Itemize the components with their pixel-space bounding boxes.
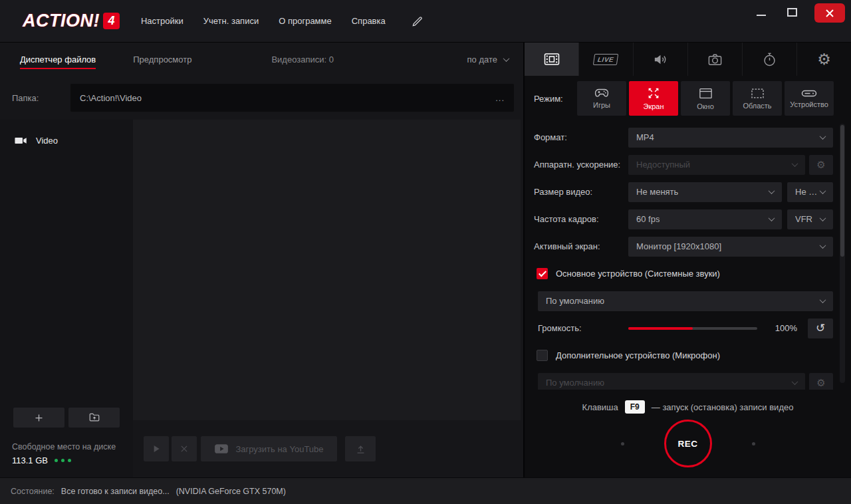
chevron-down-icon <box>820 242 826 249</box>
gear-icon: ⚙ <box>816 159 825 171</box>
format-value: MP4 <box>636 132 654 142</box>
format-row: Формат: MP4 <box>525 124 851 151</box>
maximize-button[interactable] <box>787 8 797 17</box>
volume-slider-fill <box>628 327 693 330</box>
secondary-audio-label: Дополнительное устройство (Микрофон) <box>556 350 720 360</box>
secondary-audio-checkbox[interactable] <box>537 350 548 361</box>
menu-about[interactable]: О программе <box>279 16 332 26</box>
recordings-count-label: Видеозаписи: 0 <box>271 55 334 64</box>
video-recording-icon <box>544 53 560 66</box>
secondary-audio-settings-button[interactable]: ⚙ <box>809 373 833 390</box>
hotkey-key-badge: F9 <box>625 400 645 414</box>
add-folder-button[interactable] <box>13 408 64 428</box>
format-label: Формат: <box>534 132 628 142</box>
close-button[interactable] <box>814 3 845 23</box>
plus-icon <box>34 413 44 423</box>
mode-region-label: Область <box>743 102 771 110</box>
import-folder-button[interactable] <box>68 408 120 428</box>
play-icon <box>151 443 162 454</box>
tab-audio-recording[interactable] <box>633 43 687 76</box>
rec-line: REC <box>621 420 755 467</box>
sort-dropdown[interactable]: по дате <box>467 55 509 64</box>
window-controls <box>757 0 851 24</box>
volume-row: Громкость: 100% ↺ <box>525 315 851 342</box>
rec-button[interactable]: REC <box>664 420 712 467</box>
framerate-row: Частота кадров: 60 fps VFR <box>525 205 851 233</box>
video-size-secondary-dropdown[interactable]: Не м... <box>787 182 833 202</box>
upload-youtube-label: Загрузить на YouTube <box>235 444 323 454</box>
pen-icon[interactable] <box>411 15 424 28</box>
volume-reset-button[interactable]: ↺ <box>808 318 833 338</box>
video-size-dropdown[interactable]: Не менять <box>628 182 782 202</box>
menu-help[interactable]: Справка <box>352 16 386 26</box>
mode-label: Режим: <box>534 94 571 104</box>
mode-device-button[interactable]: Устройство <box>785 81 834 116</box>
logo-text: ACTION! <box>23 11 100 31</box>
primary-audio-device-dropdown[interactable]: По умолчанию <box>538 291 833 311</box>
framerate-mode-value: VFR <box>795 214 812 224</box>
mode-device-label: Устройство <box>790 100 828 108</box>
status-text: Все готово к записи видео... <box>61 487 170 496</box>
tab-file-manager[interactable]: Диспетчер файлов <box>20 55 96 69</box>
secondary-audio-device-value: По умолчанию <box>546 378 604 388</box>
export-button[interactable] <box>345 436 376 461</box>
hw-accel-row: Аппаратн. ускорение: Недоступный ⚙ <box>525 151 851 178</box>
tab-live-streaming[interactable]: LIVE <box>578 43 633 76</box>
file-toolbar: Загрузить на YouTube <box>133 420 523 477</box>
settings-scroll-area: Формат: MP4 Аппаратн. ускорение: Недосту… <box>525 121 851 390</box>
free-space-value: 113.1 GB <box>12 455 48 465</box>
chevron-down-icon <box>820 297 826 303</box>
settings-scrollbar[interactable] <box>840 124 845 383</box>
play-button[interactable] <box>144 436 169 461</box>
file-manager-panel: Диспетчер файлов Предпросмотр Видеозапис… <box>0 43 525 477</box>
framerate-dropdown[interactable]: 60 fps <box>628 209 782 229</box>
chevron-down-icon <box>792 378 798 385</box>
active-screen-dropdown[interactable]: Монитор [1920x1080] <box>628 237 833 257</box>
sidebar-buttons <box>0 408 133 428</box>
minimize-button[interactable] <box>757 15 766 16</box>
hw-accel-settings-button[interactable]: ⚙ <box>809 155 833 175</box>
volume-slider[interactable] <box>628 327 757 330</box>
tab-benchmark[interactable] <box>742 43 796 76</box>
left-dot <box>621 442 624 445</box>
hw-accel-label: Аппаратн. ускорение: <box>534 160 628 170</box>
primary-audio-row: Основное устройство (Системные звуки) <box>525 260 851 287</box>
folder-path-input[interactable]: C:\Action!\Video ... <box>70 84 514 112</box>
mode-screen-button[interactable]: Экран <box>629 81 678 116</box>
sidebar-item-video[interactable]: Video <box>0 130 133 150</box>
chevron-down-icon <box>820 188 826 194</box>
browse-button[interactable]: ... <box>495 93 505 103</box>
file-list-column: Загрузить на YouTube <box>133 120 523 477</box>
stopwatch-icon <box>762 52 777 67</box>
upload-youtube-button[interactable]: Загрузить на YouTube <box>201 436 337 461</box>
mode-window-button[interactable]: Окно <box>681 81 730 116</box>
scrollbar-thumb[interactable] <box>840 125 844 257</box>
tab-screenshot[interactable] <box>687 43 742 76</box>
tab-preview[interactable]: Предпросмотр <box>133 55 191 64</box>
mode-screen-label: Экран <box>643 102 664 110</box>
live-icon: LIVE <box>593 54 619 65</box>
menu-settings[interactable]: Настройки <box>141 16 183 26</box>
record-section: Клавиша F9 — запуск (остановка) записи в… <box>525 390 851 477</box>
speaker-icon <box>653 52 668 67</box>
format-dropdown[interactable]: MP4 <box>628 128 833 148</box>
mode-region-button[interactable]: Область <box>733 81 782 116</box>
hotkey-suffix: — запуск (остановка) записи видео <box>652 402 794 412</box>
folder-import-icon <box>88 412 100 424</box>
main-area: Диспетчер файлов Предпросмотр Видеозапис… <box>0 43 851 477</box>
file-manager-body: Video Свободное место на диске <box>0 120 523 477</box>
active-screen-value: Монитор [1920x1080] <box>636 241 721 251</box>
file-manager-tabs: Диспетчер файлов Предпросмотр Видеозапис… <box>0 43 523 76</box>
disk-space-block: Свободное место на диске 113.1 GB <box>0 428 133 477</box>
tab-video-recording[interactable] <box>525 43 578 76</box>
primary-audio-checkbox[interactable] <box>537 268 548 279</box>
hw-accel-dropdown[interactable]: Недоступный <box>628 155 805 175</box>
delete-button[interactable] <box>172 436 197 461</box>
framerate-mode-dropdown[interactable]: VFR <box>787 209 833 229</box>
video-size-secondary-value: Не м... <box>795 187 820 197</box>
mode-games-button[interactable]: Игры <box>577 81 626 116</box>
secondary-audio-device-dropdown[interactable]: По умолчанию <box>538 373 805 390</box>
tab-settings[interactable]: ⚙ <box>796 43 851 76</box>
file-list-area[interactable] <box>133 120 521 420</box>
menu-accounts[interactable]: Учетн. записи <box>203 16 259 26</box>
